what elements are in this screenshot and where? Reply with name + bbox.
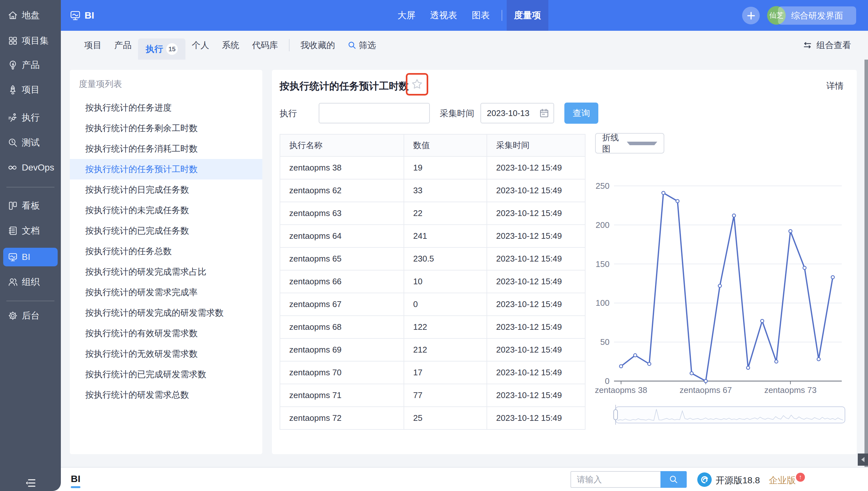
measure-item[interactable]: 按执行统计的已完成任务数: [70, 221, 262, 241]
tab-product[interactable]: 产品: [108, 39, 138, 51]
date-picker[interactable]: 2023-10-13: [480, 103, 554, 123]
svg-text:150: 150: [596, 259, 610, 269]
nav-chart[interactable]: 图表: [464, 0, 497, 31]
footer-search-button[interactable]: [660, 471, 687, 488]
table-row[interactable]: zentaopms 681222023-10-12 15:49: [280, 316, 585, 339]
measure-item[interactable]: 按执行统计的日完成任务数: [70, 179, 262, 200]
app-logo-label: BI: [85, 10, 94, 21]
workspace-button[interactable]: 综合研发界面: [778, 6, 856, 25]
svg-text:zentaopms 67: zentaopms 67: [680, 385, 732, 395]
create-button[interactable]: [742, 7, 760, 24]
footer-active-tab[interactable]: BI: [71, 473, 81, 484]
table-row[interactable]: zentaopms 71772023-10-12 15:49: [280, 384, 585, 407]
page-title: 按执行统计的任务预计工时数: [280, 80, 409, 93]
table-row[interactable]: zentaopms 72252023-10-12 15:49: [280, 407, 585, 430]
table-row[interactable]: zentaopms 70172023-10-12 15:49: [280, 361, 585, 384]
sidebar-item-admin[interactable]: 后台: [0, 307, 61, 325]
app-logo[interactable]: BI: [70, 0, 94, 31]
gear-icon: [8, 311, 18, 320]
svg-text:250: 250: [596, 181, 610, 191]
favorite-star-button[interactable]: [411, 78, 423, 90]
annotation-highlight: [406, 73, 428, 95]
version-label[interactable]: 开源版18.8: [716, 474, 760, 487]
table-row[interactable]: zentaopms 62332023-10-12 15:49: [280, 179, 585, 202]
sidebar-item-dashboard[interactable]: 地盘: [0, 6, 61, 25]
exec-filter-input[interactable]: [319, 103, 430, 123]
header-nav: 大屏 透视表 图表 度量项: [390, 0, 548, 31]
table-row[interactable]: zentaopms 63222023-10-12 15:49: [280, 202, 585, 225]
measure-item-active[interactable]: 按执行统计的任务预计工时数: [70, 159, 262, 179]
tab-system[interactable]: 系统: [216, 39, 246, 51]
table-header-row: 执行名称 数值 采集时间: [280, 134, 585, 156]
table-row[interactable]: zentaopms 66102023-10-12 15:49: [280, 270, 585, 293]
rocket-icon: [8, 85, 18, 94]
measure-item[interactable]: 按执行统计的任务进度: [70, 97, 262, 118]
sidebar-item-kanban[interactable]: 看板: [0, 197, 61, 215]
tab-repo[interactable]: 代码库: [246, 39, 284, 51]
sidebar-item-project[interactable]: 项目: [0, 81, 61, 99]
search-icon: [669, 475, 678, 484]
query-button[interactable]: 查询: [564, 103, 598, 124]
panel-collapse-toggle[interactable]: [858, 454, 868, 466]
combo-view-button[interactable]: 组合查看: [803, 31, 851, 60]
table-row[interactable]: zentaopms 692122023-10-12 15:49: [280, 339, 585, 361]
table-row[interactable]: zentaopms 642412023-10-12 15:49: [280, 225, 585, 248]
sidebar-item-program[interactable]: 项目集: [0, 31, 61, 50]
footer: BI 开源版18.8 企业版 ↑: [0, 467, 868, 491]
nav-pivot[interactable]: 透视表: [423, 0, 464, 31]
detail-link[interactable]: 详情: [826, 80, 844, 92]
measure-item[interactable]: 按执行统计的有效研发需求数: [70, 323, 262, 344]
measure-item[interactable]: 按执行统计的研发完成的研发需求数: [70, 302, 262, 323]
tab-project[interactable]: 项目: [78, 39, 108, 51]
measure-list-panel: 度量项列表 按执行统计的任务进度 按执行统计的任务剩余工时数 按执行统计的任务消…: [70, 70, 262, 454]
table-row[interactable]: zentaopms 65230.52023-10-12 15:49: [280, 248, 585, 270]
chart-type-select[interactable]: 折线图: [595, 133, 664, 153]
nav-metric[interactable]: 度量项: [507, 0, 548, 31]
chevron-left-icon: [861, 457, 865, 462]
col-time: 采集时间: [487, 134, 585, 156]
table-row[interactable]: zentaopms 38192023-10-12 15:49: [280, 156, 585, 179]
document-icon: [8, 226, 18, 236]
measure-item[interactable]: 按执行统计的任务总数: [70, 241, 262, 262]
measure-item[interactable]: 按执行统计的研发完成需求占比: [70, 262, 262, 282]
sidebar-divider: [6, 300, 55, 301]
table-row[interactable]: zentaopms 6702023-10-12 15:49: [280, 293, 585, 316]
measure-item[interactable]: 按执行统计的研发需求完成率: [70, 282, 262, 302]
filter-button[interactable]: 筛选: [341, 39, 382, 51]
measure-item[interactable]: 按执行统计的任务消耗工时数: [70, 139, 262, 159]
measure-item[interactable]: 按执行统计的已完成研发需求数: [70, 364, 262, 384]
sidebar-collapse-button[interactable]: [26, 478, 36, 488]
sidebar-item-doc[interactable]: 文档: [0, 222, 61, 240]
measure-item[interactable]: 按执行统计的任务剩余工时数: [70, 118, 262, 139]
upgrade-arrow-icon[interactable]: ↑: [796, 473, 805, 482]
measure-item[interactable]: 按执行统计的未完成任务数: [70, 200, 262, 221]
calendar-icon: [539, 108, 549, 118]
sidebar: 地盘 项目集 产品 项目: [0, 0, 61, 491]
tab-favorites[interactable]: 我收藏的: [294, 39, 341, 51]
nav-bigscreen[interactable]: 大屏: [390, 0, 423, 31]
infinity-icon: [8, 163, 18, 172]
measure-item[interactable]: 按执行统计的无效研发需求数: [70, 344, 262, 364]
enterprise-link[interactable]: 企业版: [769, 474, 796, 487]
exec-filter-label: 执行: [280, 108, 297, 119]
swap-arrows-icon: [803, 41, 812, 49]
footer-search-input[interactable]: [570, 471, 660, 488]
subnav: 项目 产品 执行 15 个人 系统 代码库 我收藏的 筛选 组合查看: [61, 31, 868, 60]
chart-datazoom-slider[interactable]: [612, 405, 846, 425]
time-filter-label: 采集时间: [440, 108, 474, 119]
sidebar-item-org[interactable]: 组织: [0, 273, 61, 291]
tab-personal[interactable]: 个人: [185, 39, 216, 51]
content-area: 度量项列表 按执行统计的任务进度 按执行统计的任务剩余工时数 按执行统计的任务消…: [61, 60, 868, 467]
sidebar-item-devops[interactable]: DevOps: [0, 158, 61, 177]
sidebar-divider: [6, 187, 55, 187]
measure-list-title: 度量项列表: [79, 78, 122, 90]
sidebar-item-execution[interactable]: 执行: [0, 108, 61, 127]
vertical-scrollbar[interactable]: [865, 60, 868, 467]
sidebar-item-qa[interactable]: 测试: [0, 133, 61, 152]
zentao-logo[interactable]: [697, 472, 712, 487]
sidebar-item-bi[interactable]: BI: [3, 248, 58, 266]
tab-execution[interactable]: 执行 15: [138, 38, 185, 60]
col-value: 数值: [404, 134, 487, 156]
measure-item[interactable]: 按执行统计的研发需求总数: [70, 384, 262, 405]
sidebar-item-product[interactable]: 产品: [0, 56, 61, 74]
